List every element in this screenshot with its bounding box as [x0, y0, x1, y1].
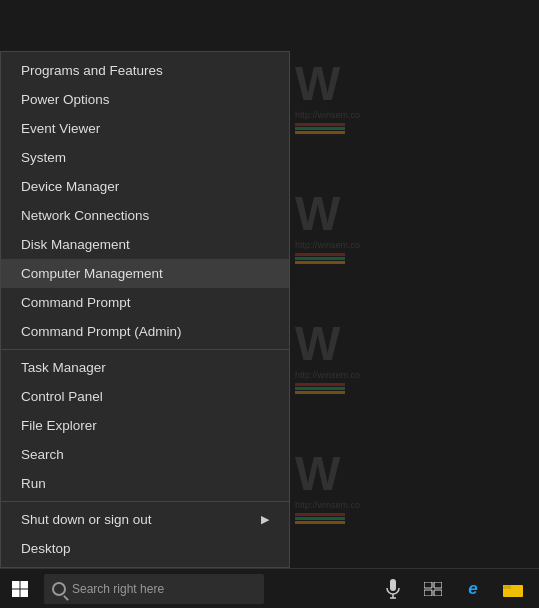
menu-item-device-manager[interactable]: Device Manager	[1, 172, 289, 201]
task-view-icon[interactable]	[415, 571, 451, 607]
menu-item-computer-management[interactable]: Computer Management	[1, 259, 289, 288]
svg-rect-4	[434, 582, 442, 588]
separator-1	[1, 349, 289, 350]
svg-rect-0	[390, 579, 396, 591]
separator-2	[1, 501, 289, 502]
edge-browser-icon[interactable]: e	[455, 571, 491, 607]
svg-rect-3	[424, 582, 432, 588]
menu-item-command-prompt[interactable]: Command Prompt	[1, 288, 289, 317]
menu-item-event-viewer[interactable]: Event Viewer	[1, 114, 289, 143]
menu-item-task-manager[interactable]: Task Manager	[1, 353, 289, 382]
microphone-icon[interactable]	[375, 571, 411, 607]
menu-item-disk-management[interactable]: Disk Management	[1, 230, 289, 259]
menu-item-system[interactable]: System	[1, 143, 289, 172]
taskbar-right-icons: e	[375, 571, 539, 607]
context-menu: Programs and Features Power Options Even…	[0, 51, 290, 568]
taskbar: Search right here e	[0, 568, 539, 608]
menu-item-programs-features[interactable]: Programs and Features	[1, 56, 289, 85]
submenu-arrow-icon: ▶	[261, 513, 269, 526]
menu-item-file-explorer[interactable]: File Explorer	[1, 411, 289, 440]
menu-item-control-panel[interactable]: Control Panel	[1, 382, 289, 411]
file-explorer-icon[interactable]	[495, 571, 531, 607]
search-icon	[52, 582, 66, 596]
menu-item-power-options[interactable]: Power Options	[1, 85, 289, 114]
menu-item-search[interactable]: Search	[1, 440, 289, 469]
svg-rect-5	[424, 590, 432, 596]
menu-item-shut-down[interactable]: Shut down or sign out ▶	[1, 505, 289, 534]
menu-item-command-prompt-admin[interactable]: Command Prompt (Admin)	[1, 317, 289, 346]
search-placeholder: Search right here	[72, 582, 164, 596]
menu-item-desktop[interactable]: Desktop	[1, 534, 289, 563]
svg-rect-6	[434, 590, 442, 596]
menu-item-run[interactable]: Run	[1, 469, 289, 498]
start-button[interactable]	[0, 569, 40, 609]
windows-logo-icon	[12, 581, 28, 597]
menu-item-network-connections[interactable]: Network Connections	[1, 201, 289, 230]
taskbar-search-box[interactable]: Search right here	[44, 574, 264, 604]
